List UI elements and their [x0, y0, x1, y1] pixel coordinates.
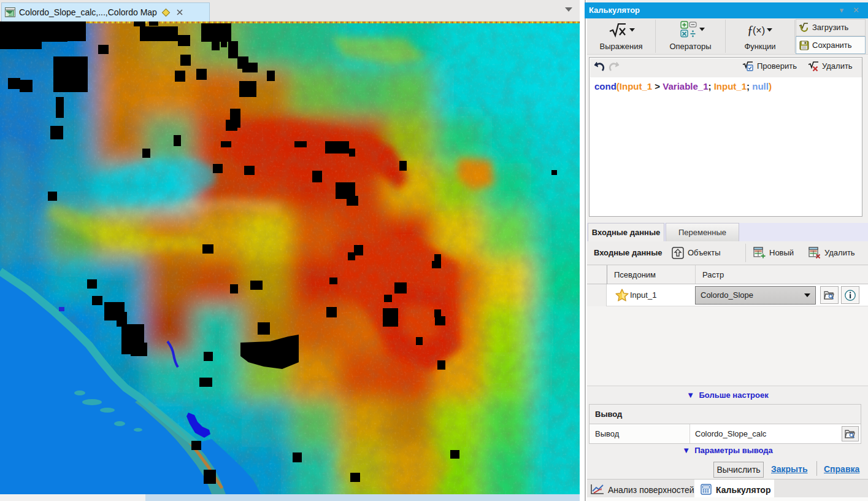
svg-text:(×): (×) [753, 25, 765, 36]
